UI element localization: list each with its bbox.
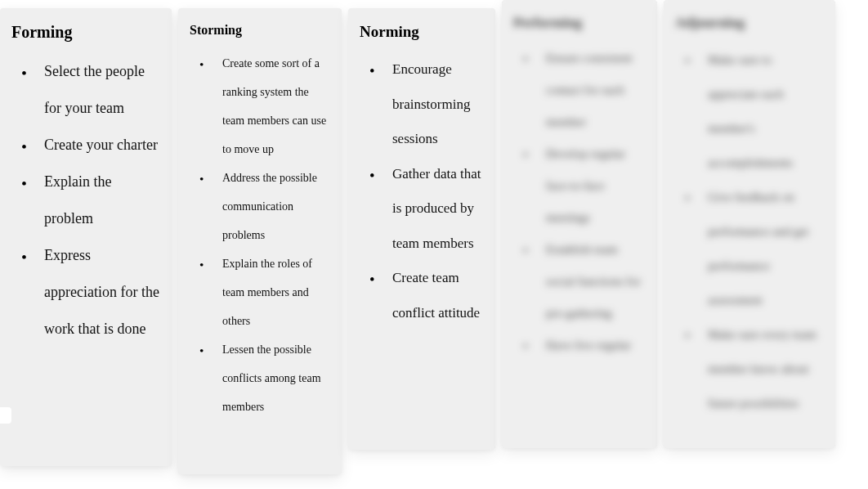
- stage-title: Adjourning: [675, 15, 824, 31]
- list-item: Make sure every team member know about f…: [680, 317, 824, 420]
- stage-title: Storming: [190, 23, 330, 38]
- stage-list: Encourage brainstorming sessions Gather …: [360, 52, 484, 330]
- page-notch: [0, 407, 11, 424]
- stage-columns: Forming Select the people for your team …: [0, 0, 868, 474]
- list-item: Gather data that is produced by team mem…: [365, 157, 484, 262]
- stage-card-performing: Performing Ensure consistent contact for…: [502, 0, 657, 448]
- stage-title: Norming: [360, 23, 484, 41]
- list-item: Lessen the possible conflicts among team…: [195, 335, 330, 421]
- list-item: Express appreciation for the work that i…: [16, 237, 160, 348]
- list-item: Explain the problem: [16, 164, 160, 237]
- list-item: Have live regular: [518, 330, 646, 361]
- stage-card-norming: Norming Encourage brainstorming sessions…: [348, 8, 495, 450]
- stage-card-adjourning: Adjourning Make sure to appreciate each …: [664, 0, 835, 448]
- stage-list: Select the people for your team Create y…: [11, 53, 160, 348]
- stage-list: Ensure consistent contact for each membe…: [513, 43, 646, 361]
- list-item: Address the possible communication probl…: [195, 164, 330, 249]
- list-item: Develop regular face-to-face meetings: [518, 138, 646, 234]
- list-item: Establish team social functions for pre-…: [518, 234, 646, 330]
- blur-overlay: [348, 319, 495, 450]
- list-item: Make sure to appreciate each member's ac…: [680, 43, 824, 180]
- stage-title: Forming: [11, 23, 160, 42]
- stage-card-storming: Storming Create some sort of a ranking s…: [178, 8, 342, 474]
- list-item: Create your charter: [16, 127, 160, 164]
- stage-list: Create some sort of a ranking system the…: [190, 49, 330, 421]
- list-item: Select the people for your team: [16, 53, 160, 127]
- stage-list: Make sure to appreciate each member's ac…: [675, 43, 824, 420]
- blur-overlay: [178, 433, 342, 474]
- list-item: Create team conflict attitude: [365, 261, 484, 330]
- stage-title: Performing: [513, 15, 646, 31]
- list-item: Ensure consistent contact for each membe…: [518, 43, 646, 138]
- list-item: Explain the roles of team members and ot…: [195, 249, 330, 335]
- list-item: Give feedback on performance and get per…: [680, 180, 824, 317]
- stage-card-forming: Forming Select the people for your team …: [0, 8, 172, 466]
- list-item: Encourage brainstorming sessions: [365, 52, 484, 157]
- list-item: Create some sort of a ranking system the…: [195, 49, 330, 164]
